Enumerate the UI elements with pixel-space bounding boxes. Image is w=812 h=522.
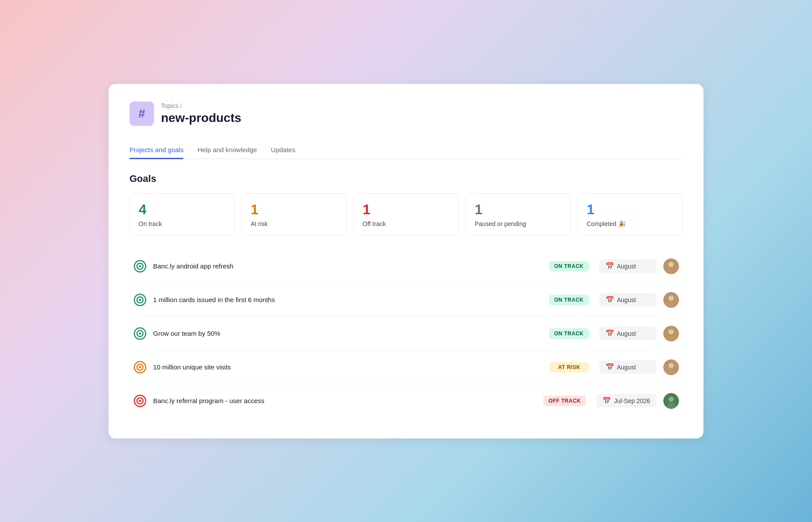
avatar [663,326,679,341]
stat-on-track[interactable]: 4 On track [130,193,234,236]
tab-help-knowledge[interactable]: Help and knowledge [197,142,257,159]
status-badge: ON TRACK [549,295,589,305]
stat-label-paused: Paused or pending [475,220,561,227]
calendar-icon: 📅 [606,363,614,371]
goal-row[interactable]: Grow our team by 50% ON TRACK 📅 August [130,317,682,351]
goal-row[interactable]: 10 million unique site visits AT RISK 📅 … [130,351,682,384]
goal-row[interactable]: Banc.ly referral program - user access O… [130,384,682,418]
stat-number-at-risk: 1 [251,202,337,218]
goal-name: Grow our team by 50% [153,330,549,337]
status-badge: ON TRACK [549,328,589,339]
date-badge: 📅 August [599,259,656,273]
goals-list: Banc.ly android app refresh ON TRACK 📅 A… [130,250,682,418]
stats-row: 4 On track 1 At risk 1 Off track 1 Pause… [130,193,682,236]
page-title: new-products [161,111,242,125]
date-badge: 📅 August [599,327,656,340]
stat-label-on-track: On track [139,220,225,227]
tab-updates[interactable]: Updates [271,142,295,159]
stat-at-risk[interactable]: 1 At risk [242,193,346,236]
svg-point-2 [139,265,141,267]
status-badge: AT RISK [550,362,589,372]
main-card: # Topics / new-products Projects and goa… [108,84,704,438]
calendar-icon: 📅 [606,296,614,304]
stat-number-on-track: 4 [139,202,225,218]
calendar-icon: 📅 [606,329,614,338]
svg-point-28 [668,397,674,402]
on-track-icon [133,327,147,341]
stat-label-completed: Completed 🎉 [587,220,673,227]
date-badge: 📅 August [599,360,656,374]
header-text: Topics / new-products [161,102,242,125]
svg-point-16 [668,329,674,334]
goal-row[interactable]: Banc.ly android app refresh ON TRACK 📅 A… [130,250,682,283]
date-badge: 📅 Jul-Sep 2026 [596,394,656,407]
stat-paused[interactable]: 1 Paused or pending [466,193,570,236]
status-badge: OFF TRACK [543,396,586,406]
breadcrumb: Topics / [161,102,242,109]
stat-label-at-risk: At risk [251,220,337,227]
goal-name: Banc.ly android app refresh [153,262,549,270]
at-risk-icon [133,360,147,374]
calendar-icon: 📅 [602,397,611,405]
goal-name: 10 million unique site visits [153,363,550,371]
svg-point-4 [668,262,674,267]
stat-off-track[interactable]: 1 Off track [354,193,458,236]
svg-point-14 [139,332,141,334]
svg-point-8 [139,299,141,301]
goal-row[interactable]: 1 million cards issued in the first 6 mo… [130,283,682,317]
off-track-icon [133,394,147,408]
avatar [663,359,679,375]
tabs-container: Projects and goals Help and knowledge Up… [130,142,682,159]
stat-completed[interactable]: 1 Completed 🎉 [578,193,682,236]
topic-icon: # [130,101,154,126]
tab-projects-goals[interactable]: Projects and goals [130,142,183,159]
status-badge: ON TRACK [549,261,589,271]
svg-point-20 [139,366,141,368]
page-header: # Topics / new-products [130,101,682,126]
goal-name: 1 million cards issued in the first 6 mo… [153,296,549,303]
section-title: Goals [130,173,682,184]
goals-section: Goals 4 On track 1 At risk 1 Off track 1… [130,173,682,418]
on-track-icon [133,293,147,307]
avatar [663,393,679,409]
svg-point-22 [668,363,674,368]
stat-number-paused: 1 [475,202,561,218]
date-badge: 📅 August [599,293,656,306]
svg-point-10 [668,296,674,301]
stat-number-off-track: 1 [363,202,449,218]
svg-point-26 [139,400,141,402]
avatar [663,292,679,308]
goal-name: Banc.ly referral program - user access [153,397,543,404]
calendar-icon: 📅 [606,262,614,270]
stat-number-completed: 1 [587,202,673,218]
on-track-icon [133,259,147,273]
avatar [663,258,679,274]
stat-label-off-track: Off track [363,220,449,227]
